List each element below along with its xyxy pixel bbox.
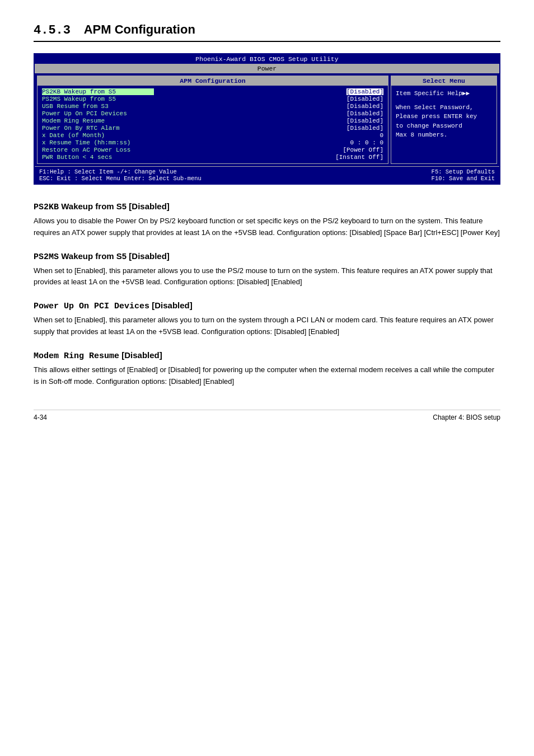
bios-footer-line: F5: Setup Defaults	[432, 168, 495, 175]
doc-section-pcidev: Power Up On PCI Devices [Disabled]When s…	[34, 300, 500, 338]
bios-help-text: When Select Password,Please press ENTER …	[396, 103, 492, 140]
bios-row-value: [Disabled]	[346, 103, 383, 110]
doc-section-modem: Modem Ring Resume [Disabled]This allows …	[34, 350, 500, 388]
bios-row: Power Up On PCI Devices[Disabled]	[42, 110, 383, 117]
doc-section-body-modem: This allows either settings of [Enabled]…	[34, 364, 500, 388]
bios-row-label: USB Resume from S3	[42, 103, 154, 110]
bios-main-header: APM Configuration	[38, 76, 388, 86]
doc-section-body-ps2kb: Allows you to disable the Power On by PS…	[34, 215, 500, 239]
bios-sidebar: Select Menu Item Specific Help▶▶ When Se…	[391, 76, 497, 164]
doc-section-ps2ms: PS2MS Wakeup from S5 [Disabled]When set …	[34, 251, 500, 289]
bios-row-label: Power On By RTC Alarm	[42, 125, 154, 132]
doc-title-rest-ps2kb: Wakeup from S5 [Disabled]	[59, 201, 170, 211]
bios-footer-right: F5: Setup DefaultsF10: Save and Exit	[432, 168, 495, 182]
page-footer: 4-34 Chapter 4: BIOS setup	[34, 410, 500, 421]
bios-row-value: 0 : 0 : 0	[350, 139, 383, 146]
bios-body: APM Configuration PS2KB Wakeup from S5[D…	[35, 73, 499, 166]
doc-section-ps2kb: PS2KB Wakeup from S5 [Disabled]Allows yo…	[34, 201, 500, 239]
doc-title-prefix-ps2kb: PS2KB	[34, 203, 59, 212]
bios-row: USB Resume from S3[Disabled]	[42, 103, 383, 110]
bios-footer-line: F10: Save and Exit	[432, 175, 495, 182]
bios-row-label: Power Up On PCI Devices	[42, 110, 154, 117]
bios-footer-line: F1:Help : Select Item -/+: Change Value	[39, 168, 202, 175]
bios-row-label: Modem Ring Resume	[42, 118, 154, 124]
bios-row-label: PS2MS Wakeup from S5	[42, 96, 154, 102]
section-heading: 4.5.3 APM Configuration	[34, 22, 500, 42]
section-number: 4.5.3	[34, 24, 71, 37]
doc-sections: PS2KB Wakeup from S5 [Disabled]Allows yo…	[34, 201, 500, 387]
page-footer-left: 4-34	[34, 414, 47, 421]
doc-section-title-ps2kb: PS2KB Wakeup from S5 [Disabled]	[34, 201, 500, 212]
bios-row-value: [Power Off]	[343, 147, 383, 153]
bios-sidebar-header: Select Menu	[391, 76, 496, 86]
bios-title-bar: Phoenix-Award BIOS CMOS Setup Utility	[35, 54, 499, 64]
bios-row-value: [Disabled]	[346, 88, 383, 95]
bios-row: x Date (of Month) 0	[42, 132, 383, 139]
page-footer-right: Chapter 4: BIOS setup	[433, 414, 500, 421]
bios-main-content: PS2KB Wakeup from S5[Disabled]PS2MS Wake…	[38, 86, 388, 163]
bios-row-label: x Date (of Month)	[42, 132, 154, 139]
bios-footer: F1:Help : Select Item -/+: Change ValueE…	[35, 166, 499, 184]
bios-row: Power On By RTC Alarm[Disabled]	[42, 125, 383, 132]
bios-row: PS2KB Wakeup from S5[Disabled]	[42, 88, 383, 95]
bios-sidebar-content: Item Specific Help▶▶ When Select Passwor…	[391, 86, 496, 143]
doc-section-title-pcidev: Power Up On PCI Devices [Disabled]	[34, 300, 500, 311]
bios-row-label: PWR Button < 4 secs	[42, 154, 154, 161]
bios-row-label: PS2KB Wakeup from S5	[42, 88, 154, 95]
bios-help-title: Item Specific Help▶▶	[396, 89, 492, 98]
bios-row-value: [Disabled]	[346, 110, 383, 117]
bios-footer-left: F1:Help : Select Item -/+: Change ValueE…	[39, 168, 202, 182]
doc-title-rest-pcidev: [Disabled]	[149, 300, 193, 310]
bios-row-label: Restore on AC Power Loss	[42, 147, 154, 153]
doc-title-prefix-pcidev: Power Up On PCI Devices	[34, 302, 149, 311]
bios-main-panel: APM Configuration PS2KB Wakeup from S5[D…	[37, 76, 388, 164]
section-title: APM Configuration	[84, 22, 195, 36]
bios-row-value: [Disabled]	[346, 96, 383, 102]
doc-section-body-pcidev: When set to [Enabled], this parameter al…	[34, 314, 500, 338]
doc-title-prefix-ps2ms: PS2MS	[34, 252, 59, 262]
bios-row: Modem Ring Resume[Disabled]	[42, 118, 383, 124]
bios-row: PWR Button < 4 secs[Instant Off]	[42, 154, 383, 161]
bios-row-value: [Instant Off]	[335, 154, 383, 161]
bios-row: PS2MS Wakeup from S5[Disabled]	[42, 96, 383, 102]
bios-screen: Phoenix-Award BIOS CMOS Setup Utility Po…	[34, 53, 500, 185]
bios-row: Restore on AC Power Loss[Power Off]	[42, 147, 383, 153]
bios-footer-line: ESC: Exit : Select Menu Enter: Select Su…	[39, 175, 202, 182]
bios-row: x Resume Time (hh:mm:ss)0 : 0 : 0	[42, 139, 383, 146]
doc-section-body-ps2ms: When set to [Enabled], this parameter al…	[34, 265, 500, 289]
doc-title-rest-modem: [Disabled]	[119, 350, 162, 360]
bios-row-value: [Disabled]	[346, 125, 383, 132]
doc-section-title-modem: Modem Ring Resume [Disabled]	[34, 350, 500, 361]
bios-row-label: x Resume Time (hh:mm:ss)	[42, 139, 154, 146]
bios-tab-bar: Power	[35, 64, 499, 73]
doc-title-prefix-modem: Modem Ring Resume	[34, 351, 119, 361]
bios-row-value: 0	[380, 132, 383, 139]
doc-section-title-ps2ms: PS2MS Wakeup from S5 [Disabled]	[34, 251, 500, 262]
doc-title-rest-ps2ms: Wakeup from S5 [Disabled]	[59, 251, 170, 261]
bios-row-value: [Disabled]	[346, 118, 383, 124]
